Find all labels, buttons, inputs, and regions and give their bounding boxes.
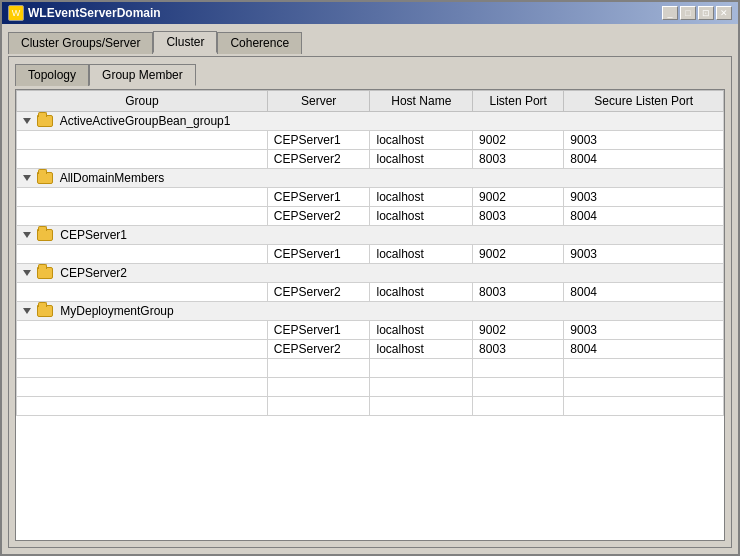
table-group-row: CEPServer1 [17, 226, 724, 245]
group-name: ActiveActiveGroupBean_group1 [57, 114, 230, 128]
cell-host: localhost [370, 340, 473, 359]
table-row: CEPServer2localhost80038004 [17, 150, 724, 169]
cell-secure-port: 9003 [564, 321, 724, 340]
cell-secure-port: 9003 [564, 188, 724, 207]
cell-empty [564, 397, 724, 416]
cell-server: CEPServer1 [267, 131, 370, 150]
group-name: MyDeploymentGroup [57, 304, 174, 318]
tab-coherence[interactable]: Coherence [217, 32, 302, 54]
cell-listen-port: 8003 [473, 340, 564, 359]
cell-host: localhost [370, 131, 473, 150]
content-area: Cluster Groups/Server Cluster Coherence … [2, 24, 738, 554]
main-window: W WLEventServerDomain _ □ ⊡ ✕ Cluster Gr… [0, 0, 740, 556]
group-member-table: Group Server Host Name Listen Port Secur… [16, 90, 724, 416]
table-row-empty [17, 359, 724, 378]
title-bar: W WLEventServerDomain _ □ ⊡ ✕ [2, 2, 738, 24]
close-button[interactable]: ✕ [716, 6, 732, 20]
group-cell: AllDomainMembers [17, 169, 724, 188]
cell-listen-port: 8003 [473, 150, 564, 169]
tab-cluster-groups[interactable]: Cluster Groups/Server [8, 32, 153, 54]
cell-server: CEPServer1 [267, 321, 370, 340]
title-bar-left: W WLEventServerDomain [8, 5, 161, 21]
cell-empty [267, 378, 370, 397]
cell-secure-port: 8004 [564, 207, 724, 226]
table-group-row: CEPServer2 [17, 264, 724, 283]
cell-empty [370, 378, 473, 397]
group-cell: CEPServer2 [17, 264, 724, 283]
cell-server: CEPServer2 [267, 283, 370, 302]
cell-empty [473, 397, 564, 416]
cell-server: CEPServer2 [267, 340, 370, 359]
maximize-button[interactable]: □ [680, 6, 696, 20]
folder-icon [37, 229, 53, 241]
cell-empty [267, 397, 370, 416]
table-row: CEPServer1localhost90029003 [17, 188, 724, 207]
group-name: CEPServer1 [57, 228, 127, 242]
cell-empty [17, 397, 268, 416]
cell-group [17, 207, 268, 226]
folder-icon [37, 267, 53, 279]
cell-host: localhost [370, 283, 473, 302]
cell-empty [17, 359, 268, 378]
expand-icon[interactable] [23, 118, 31, 124]
cell-host: localhost [370, 188, 473, 207]
folder-icon [37, 305, 53, 317]
cell-empty [564, 359, 724, 378]
group-name: CEPServer2 [57, 266, 127, 280]
expand-icon[interactable] [23, 232, 31, 238]
table-row: CEPServer1localhost90029003 [17, 321, 724, 340]
cell-empty [564, 378, 724, 397]
table-header-row: Group Server Host Name Listen Port Secur… [17, 91, 724, 112]
outer-tab-panel: Topology Group Member Group Server Host … [8, 56, 732, 548]
title-buttons: _ □ ⊡ ✕ [662, 6, 732, 20]
cell-empty [17, 378, 268, 397]
cell-server: CEPServer1 [267, 245, 370, 264]
tab-topology[interactable]: Topology [15, 64, 89, 86]
cell-listen-port: 9002 [473, 188, 564, 207]
group-cell: MyDeploymentGroup [17, 302, 724, 321]
cell-empty [370, 359, 473, 378]
cell-server: CEPServer2 [267, 150, 370, 169]
col-header-host: Host Name [370, 91, 473, 112]
expand-icon[interactable] [23, 308, 31, 314]
table-row-empty [17, 378, 724, 397]
outer-tab-bar: Cluster Groups/Server Cluster Coherence [8, 30, 732, 52]
cell-group [17, 283, 268, 302]
cell-listen-port: 9002 [473, 245, 564, 264]
folder-icon [37, 172, 53, 184]
group-cell: ActiveActiveGroupBean_group1 [17, 112, 724, 131]
table-group-row: ActiveActiveGroupBean_group1 [17, 112, 724, 131]
cell-group [17, 131, 268, 150]
group-name: AllDomainMembers [57, 171, 164, 185]
cell-host: localhost [370, 321, 473, 340]
table-scroll-container[interactable]: Group Server Host Name Listen Port Secur… [16, 90, 724, 540]
minimize-button[interactable]: _ [662, 6, 678, 20]
inner-tab-bar: Topology Group Member [15, 63, 725, 85]
tab-cluster[interactable]: Cluster [153, 31, 217, 53]
tab-group-member[interactable]: Group Member [89, 64, 196, 86]
cell-secure-port: 9003 [564, 245, 724, 264]
cell-host: localhost [370, 245, 473, 264]
inner-tab-panel: Group Server Host Name Listen Port Secur… [15, 89, 725, 541]
cell-server: CEPServer2 [267, 207, 370, 226]
cell-empty [473, 359, 564, 378]
expand-icon[interactable] [23, 175, 31, 181]
cell-host: localhost [370, 207, 473, 226]
col-header-server: Server [267, 91, 370, 112]
cell-server: CEPServer1 [267, 188, 370, 207]
expand-icon[interactable] [23, 270, 31, 276]
table-row: CEPServer2localhost80038004 [17, 340, 724, 359]
restore-button[interactable]: ⊡ [698, 6, 714, 20]
table-group-row: MyDeploymentGroup [17, 302, 724, 321]
cell-listen-port: 8003 [473, 283, 564, 302]
cell-secure-port: 8004 [564, 340, 724, 359]
cell-secure-port: 8004 [564, 283, 724, 302]
cell-listen-port: 8003 [473, 207, 564, 226]
cell-listen-port: 9002 [473, 131, 564, 150]
app-icon: W [8, 5, 24, 21]
table-group-row: AllDomainMembers [17, 169, 724, 188]
cell-empty [473, 378, 564, 397]
col-header-secure: Secure Listen Port [564, 91, 724, 112]
folder-icon [37, 115, 53, 127]
cell-empty [267, 359, 370, 378]
